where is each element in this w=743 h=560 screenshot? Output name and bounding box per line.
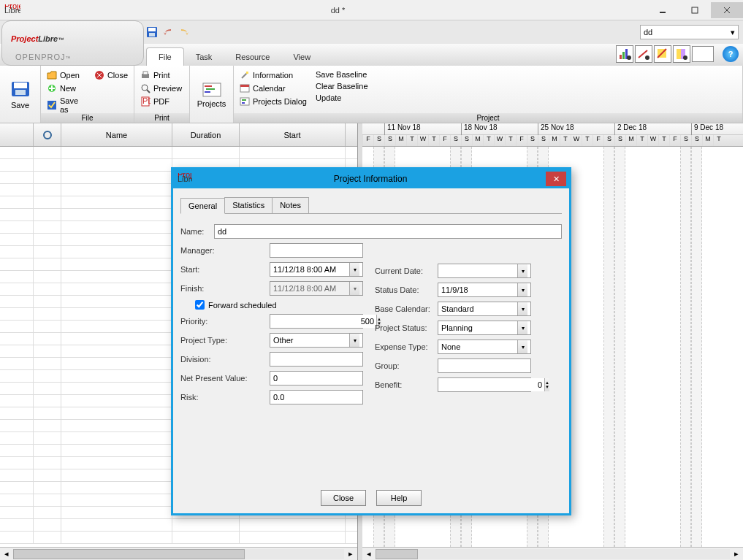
dialog-help-btn[interactable]: Help (376, 490, 422, 506)
usage-view-icon[interactable] (673, 45, 690, 63)
timeline-day-label: M (395, 135, 406, 147)
calendar-button[interactable]: Calendar (240, 82, 307, 95)
svg-point-13 (627, 55, 631, 60)
scroll-right-icon[interactable]: ▸ (344, 549, 357, 559)
preview-button[interactable]: Preview (140, 82, 183, 95)
svg-point-33 (142, 85, 148, 91)
ribbon-group-save: Save (0, 66, 41, 123)
grid-hscrollbar[interactable]: ◂ ▸ (0, 547, 357, 560)
info-header[interactable] (34, 123, 61, 146)
timeline-day-label: T (505, 135, 516, 147)
redo-icon[interactable] (178, 26, 190, 38)
svg-rect-11 (622, 52, 625, 59)
save-label[interactable]: Save (11, 101, 29, 110)
benefit-label: Benefit: (375, 380, 433, 389)
no-subview-icon[interactable] (692, 46, 714, 62)
svg-rect-39 (206, 88, 215, 90)
base-calendar-select[interactable]: Standard▾ (438, 302, 531, 316)
open-button[interactable]: Open (47, 69, 84, 82)
scroll-right-icon[interactable]: ▸ (730, 549, 743, 559)
window-titlebar: ProjectLibre dd * (0, 0, 743, 20)
npv-field[interactable] (270, 371, 363, 386)
timeline-day-label: M (472, 135, 483, 147)
undo-icon[interactable] (162, 26, 174, 38)
update-button[interactable]: Update (316, 92, 368, 104)
save-big-icon[interactable] (10, 80, 31, 98)
group-field[interactable] (438, 358, 531, 373)
save-baseline-button[interactable]: Save Baseline (316, 69, 368, 80)
status-date-field[interactable]: 11/9/18▾ (438, 283, 531, 297)
name-label: Name: (180, 227, 210, 236)
forward-scheduled-input[interactable] (195, 300, 205, 310)
project-status-select[interactable]: Planning▾ (438, 321, 531, 335)
help-icon[interactable]: ? (723, 46, 739, 62)
name-header[interactable]: Name (61, 123, 172, 146)
dialog-close-button[interactable]: ✕ (546, 172, 566, 186)
save-as-button[interactable]: Save as (47, 95, 84, 115)
start-date-field[interactable]: 11/12/18 8:00 AM▾ (270, 262, 363, 277)
tab-statistics[interactable]: Statistics (224, 197, 273, 213)
table-row[interactable] (0, 147, 357, 159)
tab-general[interactable]: General (180, 198, 225, 214)
maximize-button[interactable] (679, 2, 711, 18)
gantt-hscrollbar[interactable]: ◂ ▸ (362, 547, 743, 560)
svg-rect-9 (149, 33, 155, 37)
new-button[interactable]: New (47, 82, 84, 95)
scroll-left-icon[interactable]: ◂ (362, 549, 376, 559)
tab-notes[interactable]: Notes (272, 197, 309, 213)
svg-rect-44 (240, 85, 249, 87)
project-type-select[interactable]: Other▾ (270, 333, 363, 348)
scroll-left-icon[interactable]: ◂ (0, 549, 13, 559)
dialog-titlebar[interactable]: ProjectLibre Project Information ✕ (173, 169, 569, 188)
priority-stepper[interactable]: ▲▼ (270, 314, 363, 329)
tracking-view-icon[interactable] (635, 45, 652, 63)
svg-rect-47 (242, 102, 245, 104)
manager-field[interactable] (270, 243, 363, 258)
timeline-day-label: F (362, 135, 373, 147)
save-icon[interactable] (146, 26, 158, 38)
base-calendar-label: Base Calendar: (375, 304, 433, 313)
division-label: Division: (180, 355, 265, 364)
table-row[interactable] (0, 532, 357, 544)
resource-view-icon[interactable] (654, 45, 671, 63)
duration-header[interactable]: Duration (172, 123, 240, 146)
division-field[interactable] (270, 352, 363, 367)
current-date-field[interactable]: ▾ (438, 264, 531, 278)
projects-dialog-button[interactable]: Projects Dialog (240, 95, 307, 108)
chevron-down-icon: ▾ (517, 321, 527, 334)
logo-tm: ™ (58, 37, 64, 43)
information-button[interactable]: Information (240, 69, 307, 82)
projects-label[interactable]: Projects (197, 99, 226, 108)
name-field[interactable] (214, 224, 562, 239)
row-number-header[interactable] (0, 123, 34, 146)
pdf-button[interactable]: PDFPDF (140, 95, 183, 108)
tab-view[interactable]: View (281, 48, 322, 66)
projects-icon[interactable] (202, 82, 222, 99)
svg-rect-8 (148, 28, 156, 31)
minimize-button[interactable] (647, 2, 679, 18)
tab-resource[interactable]: Resource (224, 48, 281, 66)
forward-scheduled-checkbox[interactable]: Forward scheduled (195, 300, 277, 310)
dialog-tabs: General Statistics Notes (180, 197, 562, 214)
risk-field[interactable] (270, 390, 363, 404)
spinner-buttons[interactable]: ▲▼ (544, 378, 549, 391)
chart-view-icon[interactable] (616, 45, 633, 63)
project-selector[interactable]: dd ▾ (640, 25, 739, 39)
svg-rect-45 (240, 98, 249, 105)
svg-text:PDF: PDF (142, 96, 150, 105)
benefit-stepper[interactable]: ▲▼ (438, 377, 531, 392)
expense-type-select[interactable]: None▾ (438, 340, 531, 354)
window-close-button[interactable] (711, 2, 743, 18)
tab-file[interactable]: File (146, 47, 184, 66)
print-button[interactable]: Print (140, 69, 183, 82)
dialog-title: Project Information (195, 174, 546, 184)
timeline-day-label: T (658, 135, 669, 147)
table-row[interactable] (0, 519, 357, 532)
close-button[interactable]: Close (94, 69, 128, 82)
tab-task[interactable]: Task (184, 48, 224, 66)
clear-baseline-button[interactable]: Clear Baseline (316, 80, 368, 92)
dialog-close-btn[interactable]: Close (321, 490, 366, 506)
start-header[interactable]: Start (240, 123, 346, 146)
npv-label: Net Present Value: (180, 374, 265, 383)
project-selector-value: dd (644, 28, 652, 37)
